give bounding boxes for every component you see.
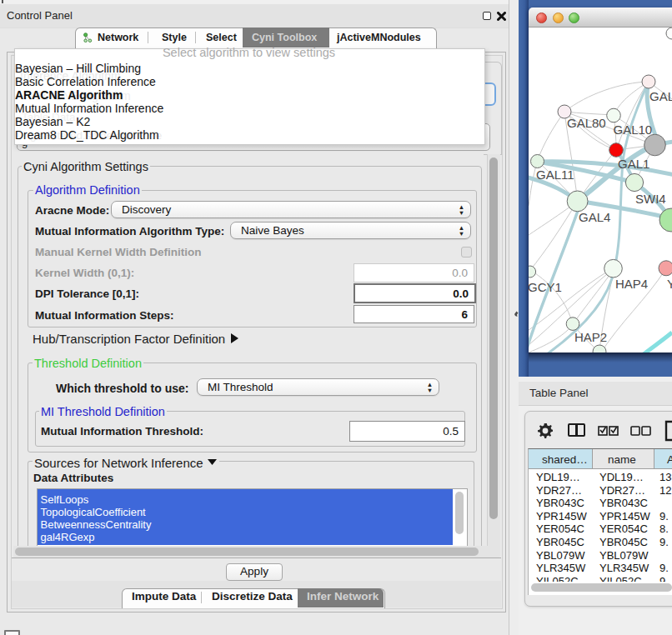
svg-text:GCY1: GCY1 [529, 280, 562, 294]
svg-text:GAL10: GAL10 [614, 122, 653, 137]
svg-text:HAP4: HAP4 [615, 277, 648, 291]
svg-text:GAL11: GAL11 [536, 168, 574, 182]
svg-text:HAP2: HAP2 [574, 330, 607, 344]
svg-text:SWI4: SWI4 [635, 192, 666, 206]
svg-text:GAL1: GAL1 [618, 157, 649, 171]
svg-text:Y: Y [667, 277, 672, 291]
svg-text:GAL7: GAL7 [649, 89, 672, 103]
svg-text:GAL4: GAL4 [579, 210, 610, 224]
svg-text:GAL80: GAL80 [567, 116, 606, 130]
